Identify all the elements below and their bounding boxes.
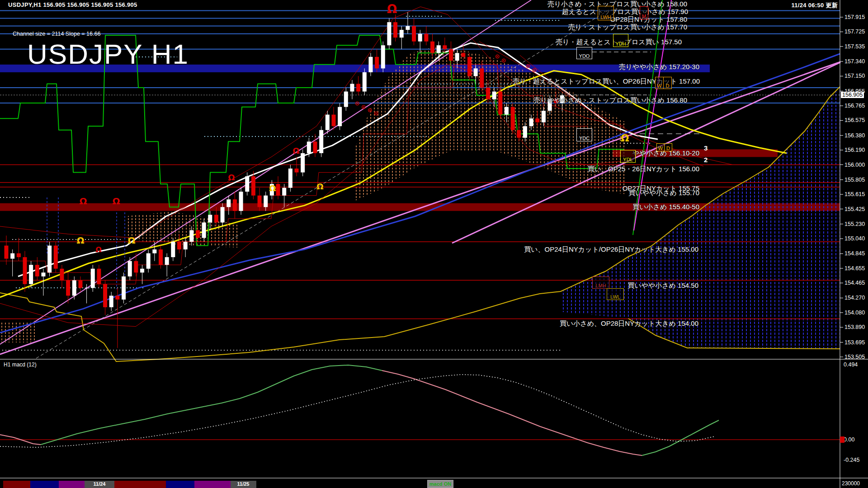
circle-marker-icon: ⊙ — [374, 110, 379, 117]
price-axis-label: 154.845 — [844, 250, 865, 257]
candle-body — [406, 26, 410, 30]
candle-body — [152, 249, 156, 253]
candle-body — [542, 111, 546, 122]
candle-body — [115, 296, 119, 300]
circle-marker-icon: ⊙ — [526, 62, 531, 69]
session-color-segment — [166, 481, 194, 488]
candle-body — [326, 115, 330, 130]
candle-body — [492, 92, 496, 99]
level-tag-m[interactable]: M — [640, 6, 648, 19]
candle-body — [177, 242, 181, 249]
timeline-date: 11/24 — [94, 481, 106, 487]
candle-body — [356, 84, 360, 91]
candle-body — [412, 26, 416, 42]
candle-body — [301, 153, 305, 173]
candle-body — [264, 196, 268, 207]
order-annotation: 買い小さめ 155.40-50 — [632, 203, 699, 211]
order-annotation: 買い小さめ、OP28日NYカット大きめ 154.00 — [560, 319, 698, 328]
level-tag-ydl[interactable]: YDL — [620, 150, 636, 163]
candle-body — [511, 107, 515, 130]
candle-body — [307, 141, 311, 153]
chart-title: USDJPY,H1 156.905 156.905 156.905 156.90… — [8, 1, 137, 8]
macd-indicator-label: H1 macd (12) — [4, 361, 37, 368]
price-axis-label: 156.575 — [844, 117, 865, 123]
level-tag-ydh[interactable]: YDH — [613, 34, 628, 47]
level-tag-d[interactable]: D — [664, 143, 672, 151]
candle-body — [344, 92, 348, 107]
timeline-strip: 11/2411/25 — [0, 481, 840, 488]
candle-body — [535, 118, 539, 122]
candle-body — [5, 246, 9, 259]
candle-body — [319, 130, 323, 153]
candle-body — [529, 118, 533, 126]
session-color-segment — [3, 481, 30, 488]
price-axis-label: 157.150 — [844, 73, 865, 79]
symbol-watermark: USDJPY H1 — [27, 38, 189, 70]
session-color-segment — [114, 481, 166, 488]
omega-marker-icon: Ω — [387, 2, 397, 16]
omega-marker-icon: Ω — [292, 146, 299, 155]
price-axis-label: 156.380 — [844, 132, 865, 139]
candle-body — [455, 53, 459, 61]
candle-body — [66, 280, 70, 296]
candle-body — [430, 42, 434, 53]
candle-body — [17, 253, 21, 258]
price-axis-label: 154.270 — [844, 295, 865, 301]
circle-marker-icon: ⊙ — [355, 100, 360, 107]
candle-body — [313, 141, 317, 153]
candle-body — [10, 253, 14, 259]
candle-body — [393, 22, 397, 38]
candle-body — [35, 265, 39, 277]
candle-body — [387, 22, 391, 45]
level-tag-lmh[interactable]: LMH — [592, 277, 609, 289]
macd-toggle-button[interactable]: macd ON — [427, 480, 453, 488]
price-axis-label: 155.805 — [844, 177, 865, 183]
candle-body — [282, 188, 286, 196]
candle-body — [449, 49, 453, 61]
macd-axis-label: 0.00 — [844, 436, 854, 443]
candle-body — [276, 184, 280, 196]
circle-marker-icon: ⊙ — [495, 53, 500, 60]
omega-marker-icon: Ω — [316, 182, 323, 191]
order-annotation: 売りやや小さめ 157.20-30 — [619, 63, 699, 71]
omega-marker-icon: Ω — [76, 235, 84, 246]
level-tag-ydc[interactable]: YDC — [576, 128, 592, 141]
price-axis-label: 157.915 — [844, 14, 865, 20]
omega-marker-icon: Ω — [79, 196, 87, 206]
price-axis-label: 153.695 — [844, 339, 865, 346]
level-tag-lwh[interactable]: LWH — [598, 6, 614, 20]
circle-marker-icon: ⊙ — [501, 57, 506, 64]
price-axis-label: 153.890 — [844, 324, 865, 330]
candle-body — [146, 253, 151, 269]
level-tag-w[interactable]: W — [656, 143, 665, 151]
omega-marker-icon: Ω — [95, 245, 102, 254]
macd-green-tail-line — [642, 420, 719, 455]
candle-body — [443, 45, 447, 49]
candle-body — [159, 249, 163, 265]
order-annotation: 買いやや小さめ 155.70 — [628, 189, 699, 197]
trading-chart-window: ΩΩΩΩΩΩΩΩΩΩΩ⊙⊙⊙⊙⊙⊙⊙⊙ USDJPY,H1 156.905 15… — [0, 0, 868, 488]
price-axis-label: 155.425 — [844, 206, 865, 212]
level-tag-ydo[interactable]: YDO — [576, 47, 592, 59]
current-price-tag: 156.905 — [841, 92, 864, 98]
timeline-date: 11/25 — [237, 481, 250, 487]
level-tag-d[interactable]: D — [663, 77, 672, 89]
candle-body — [208, 215, 212, 222]
omega-marker-icon: Ω — [127, 235, 135, 246]
order-annotation: 売り・ストップロス買い小さめ 157.70 — [568, 23, 687, 32]
price-axis-label: 155.040 — [844, 235, 865, 242]
candle-body — [97, 269, 101, 284]
level-tag-lwl[interactable]: LWL — [607, 288, 624, 300]
candle-body — [189, 230, 193, 242]
level-tag-w[interactable]: W — [655, 77, 664, 89]
main-chart-canvas[interactable]: ΩΩΩΩΩΩΩΩΩΩΩ⊙⊙⊙⊙⊙⊙⊙⊙ — [0, 0, 868, 488]
candle-body — [184, 242, 188, 249]
session-color-segment — [194, 481, 231, 488]
price-axis-label: 156.765 — [844, 103, 865, 109]
candle-body — [363, 72, 367, 92]
candle-body — [437, 45, 441, 53]
price-axis-label: 156.000 — [844, 162, 865, 168]
order-annotation: 売りやや小さめ・ストップロス買い小さめ 156.80 — [533, 96, 687, 105]
candle-body — [196, 230, 200, 238]
order-annotation: 買い、OP24日NYカット/OP26日NYカット大きめ 155.00 — [524, 245, 698, 254]
